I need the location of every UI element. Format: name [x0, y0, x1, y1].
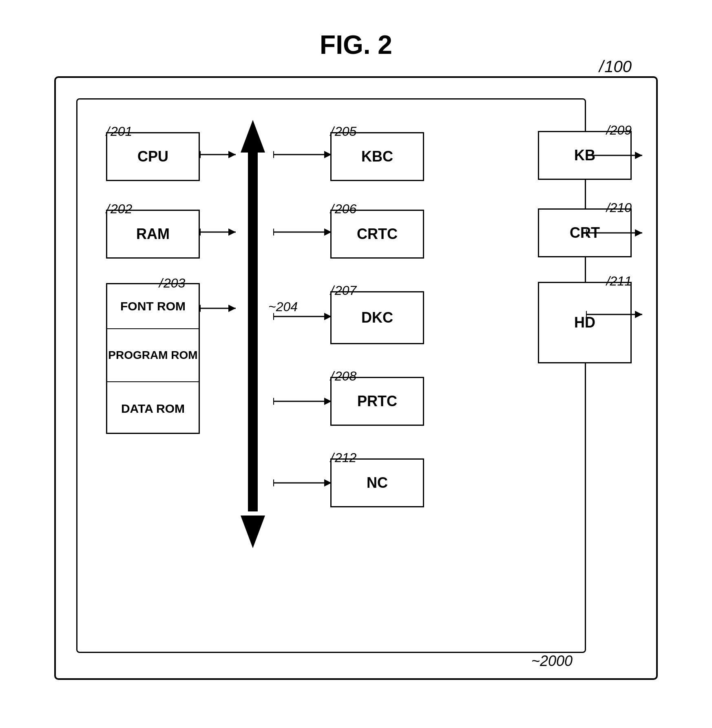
box-ram: RAM	[106, 210, 200, 259]
arrow-bus-crtc	[273, 228, 332, 236]
label-211: /211	[606, 274, 632, 289]
arrow-dkc-hd	[586, 310, 643, 319]
box-cpu: CPU	[106, 132, 200, 181]
svg-marker-2	[241, 516, 265, 548]
arrow-bus-prtc	[273, 397, 332, 405]
arrow-cpu-bus	[200, 150, 237, 159]
arrow-bus-nc	[273, 479, 332, 487]
data-rom: DATA ROM	[107, 382, 199, 435]
box-nc: NC	[330, 458, 424, 507]
label-209: /209	[606, 123, 632, 138]
program-rom: PROGRAM ROM	[107, 329, 199, 382]
bus-arrow	[232, 120, 273, 548]
label-208: 208	[330, 369, 356, 384]
box-crtc: CRTC	[330, 210, 424, 259]
arrow-ram-bus	[200, 228, 237, 236]
box-kbc: KBC	[330, 132, 424, 181]
box-rom-group: FONT ROM PROGRAM ROM DATA ROM	[106, 283, 200, 434]
figure-title: FIG. 2	[320, 30, 392, 60]
outer-box: 100 ~2000 CPU 201 RAM 202 FONT ROM	[54, 76, 658, 680]
label-210: /210	[606, 200, 632, 215]
label-202: 202	[106, 201, 132, 217]
page: FIG. 2 100 ~2000 CPU 201 RAM 202 FONT RO…	[30, 22, 682, 707]
label-205: 205	[330, 124, 356, 139]
label-207: 207	[330, 283, 356, 298]
font-rom: FONT ROM	[107, 284, 199, 329]
arrow-crtc-crt	[586, 229, 643, 237]
svg-rect-0	[248, 144, 258, 511]
box-prtc: PRTC	[330, 377, 424, 426]
arrow-kbc-kb	[586, 151, 643, 159]
label-201: 201	[106, 124, 132, 139]
label-100: 100	[599, 58, 632, 76]
svg-marker-1	[241, 120, 265, 153]
arrow-bus-kbc	[273, 150, 332, 159]
arrow-fontrom-bus	[200, 304, 237, 312]
inner-box-2000: ~2000 CPU 201 RAM 202 FONT ROM PROGRAM R…	[76, 98, 586, 653]
box-hd: HD	[538, 282, 632, 363]
arrow-bus-dkc	[273, 312, 332, 321]
label-206: 206	[330, 201, 356, 217]
label-2000: ~2000	[531, 653, 573, 670]
label-212: 212	[330, 450, 356, 465]
label-203: 203	[159, 276, 185, 291]
box-dkc: DKC	[330, 291, 424, 344]
